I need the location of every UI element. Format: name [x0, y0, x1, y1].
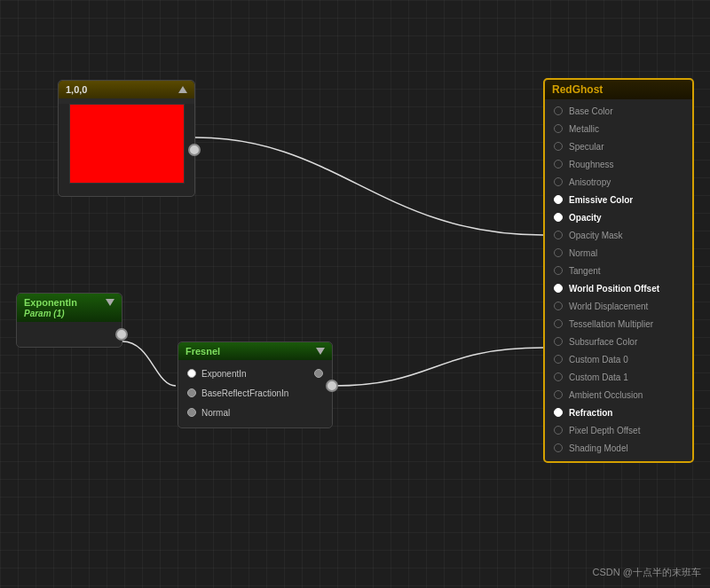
mat-label-custom-data-0: Custom Data 0	[569, 355, 628, 365]
watermark: CSDN @十点半的末班车	[593, 566, 701, 579]
mat-label-world-displacement: World Displacement	[569, 302, 648, 311]
mat-label-metallic: Metallic	[569, 124, 599, 134]
mat-pin-ambient-occlusion: Ambient Occlusion	[545, 386, 692, 404]
mat-pin-roughness: Roughness	[545, 155, 692, 173]
color-node-body	[59, 104, 194, 196]
mat-label-pixel-depth: Pixel Depth Offset	[569, 426, 640, 435]
mat-pin-specular: Specular	[545, 137, 692, 155]
mat-pin-base-color-dot[interactable]	[554, 106, 563, 115]
mat-pin-refraction-dot[interactable]	[554, 408, 563, 417]
mat-pin-wpo: World Position Offset	[545, 279, 692, 297]
fresnel-output-pin[interactable]	[326, 380, 338, 392]
mat-pin-normal: Normal	[545, 244, 692, 262]
mat-pin-tangent: Tangent	[545, 262, 692, 279]
mat-pin-world-displacement-dot[interactable]	[554, 302, 563, 310]
fresnel-exponent-label: ExponentIn	[201, 369, 247, 379]
material-node-header: RedGhost	[545, 80, 692, 99]
mat-pin-emissive-dot[interactable]	[554, 195, 563, 204]
mat-pin-wpo-dot[interactable]	[554, 284, 563, 293]
mat-label-tangent: Tangent	[569, 266, 601, 276]
fresnel-node-body: ExponentIn BaseReflectFractionIn Normal	[178, 360, 332, 427]
mat-pin-subsurface-dot[interactable]	[554, 337, 563, 346]
mat-pin-subsurface: Subsurface Color	[545, 333, 692, 350]
fresnel-node-expand-icon[interactable]	[316, 348, 325, 355]
mat-pin-pixel-depth: Pixel Depth Offset	[545, 421, 692, 439]
fresnel-base-reflect-label: BaseReflectFractionIn	[201, 388, 288, 398]
mat-label-tess-mult: Tessellation Multiplier	[569, 319, 653, 329]
mat-pin-opacity-mask: Opacity Mask	[545, 226, 692, 244]
mat-pin-shading-model: Shading Model	[545, 439, 692, 457]
exponent-node-title: ExponentIn	[24, 297, 77, 308]
exponent-in-node: ExponentIn Param (1)	[16, 293, 122, 348]
fresnel-normal-input-pin[interactable]	[187, 408, 196, 417]
mat-pin-opacity-dot[interactable]	[554, 213, 563, 222]
mat-pin-metallic: Metallic	[545, 120, 692, 137]
fresnel-exponent-pin-row: ExponentIn	[178, 364, 332, 383]
mat-label-ao: Ambient Occlusion	[569, 390, 643, 400]
mat-pin-custom-data-0-dot[interactable]	[554, 355, 563, 364]
exponent-node-header: ExponentIn Param (1)	[17, 294, 122, 322]
material-node-title: RedGhost	[552, 83, 603, 96]
color-node-header: 1,0,0	[59, 81, 194, 98]
mat-pin-base-color: Base Color	[545, 102, 692, 120]
color-output-pin[interactable]	[188, 144, 201, 156]
mat-label-custom-data-1: Custom Data 1	[569, 372, 628, 382]
mat-pin-emissive-color: Emissive Color	[545, 191, 692, 208]
mat-pin-opacity: Opacity	[545, 208, 692, 226]
material-node-body: Base Color Metallic Specular Roughness A…	[545, 99, 692, 461]
mat-pin-world-displacement: World Displacement	[545, 297, 692, 315]
mat-pin-ao-dot[interactable]	[554, 390, 563, 399]
mat-pin-specular-dot[interactable]	[554, 142, 563, 151]
mat-label-base-color: Base Color	[569, 106, 612, 116]
mat-label-normal: Normal	[569, 248, 597, 258]
exponent-node-body	[17, 322, 122, 347]
watermark-text: CSDN @十点半的末班车	[593, 567, 701, 577]
mat-pin-metallic-dot[interactable]	[554, 124, 563, 133]
color-preview-swatch	[69, 104, 185, 184]
mat-label-specular: Specular	[569, 142, 604, 152]
mat-label-wpo: World Position Offset	[569, 284, 659, 294]
material-node: RedGhost Base Color Metallic Specular Ro…	[543, 78, 694, 463]
fresnel-node-title: Fresnel	[185, 346, 220, 357]
mat-label-roughness: Roughness	[569, 160, 614, 169]
exponent-output-pin[interactable]	[115, 328, 128, 341]
mat-label-shading-model: Shading Model	[569, 443, 628, 453]
fresnel-base-reflect-input-pin[interactable]	[187, 388, 196, 397]
fresnel-normal-pin-row: Normal	[178, 403, 332, 422]
mat-pin-shading-model-dot[interactable]	[554, 443, 563, 452]
color-node-expand-icon[interactable]	[178, 86, 187, 93]
mat-label-anisotropy: Anisotropy	[569, 177, 611, 187]
mat-label-opacity-mask: Opacity Mask	[569, 231, 623, 240]
mat-pin-anisotropy-dot[interactable]	[554, 177, 563, 186]
mat-pin-roughness-dot[interactable]	[554, 160, 563, 169]
fresnel-exponent-input-pin[interactable]	[187, 369, 196, 378]
fresnel-normal-label: Normal	[201, 408, 230, 418]
mat-pin-pixel-depth-dot[interactable]	[554, 426, 563, 435]
mat-pin-tangent-dot[interactable]	[554, 266, 563, 275]
mat-pin-anisotropy: Anisotropy	[545, 173, 692, 191]
fresnel-node-header: Fresnel	[178, 342, 332, 360]
mat-pin-normal-dot[interactable]	[554, 248, 563, 257]
mat-label-emissive: Emissive Color	[569, 195, 633, 205]
mat-pin-tess-mult: Tessellation Multiplier	[545, 315, 692, 333]
exponent-node-expand-icon[interactable]	[106, 299, 114, 306]
fresnel-base-reflect-pin-row: BaseReflectFractionIn	[178, 383, 332, 403]
mat-pin-tess-mult-dot[interactable]	[554, 319, 563, 328]
color-constant-node: 1,0,0	[58, 80, 195, 197]
color-node-title: 1,0,0	[66, 84, 87, 95]
mat-pin-opacity-mask-dot[interactable]	[554, 231, 563, 239]
fresnel-exponent-right-pin[interactable]	[314, 369, 323, 378]
mat-label-opacity: Opacity	[569, 213, 602, 223]
exponent-node-subtitle: Param (1)	[24, 309, 65, 318]
mat-pin-custom-data-1-dot[interactable]	[554, 372, 563, 381]
mat-pin-refraction: Refraction	[545, 404, 692, 421]
fresnel-node: Fresnel ExponentIn BaseReflectFractionIn…	[178, 341, 333, 428]
mat-pin-custom-data-1: Custom Data 1	[545, 368, 692, 386]
mat-pin-custom-data-0: Custom Data 0	[545, 350, 692, 368]
mat-label-subsurface: Subsurface Color	[569, 337, 637, 347]
mat-label-refraction: Refraction	[569, 408, 612, 418]
